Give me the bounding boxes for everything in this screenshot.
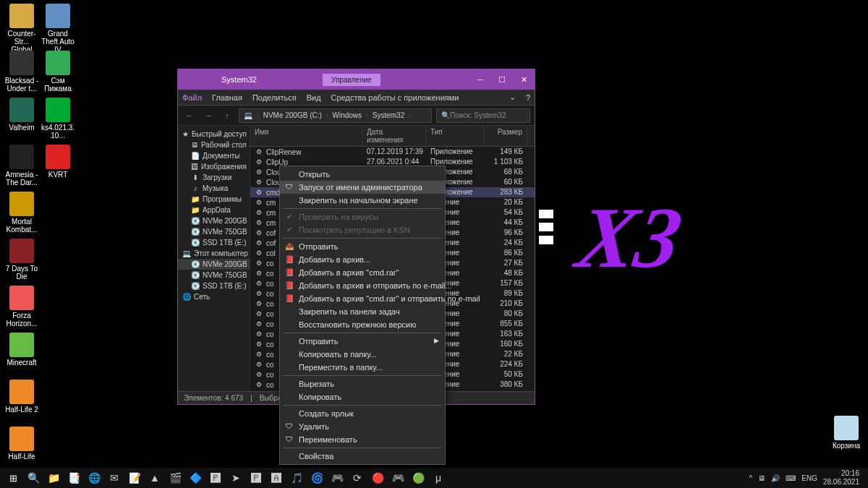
context-menu-item[interactable]: Создать ярлык: [280, 407, 445, 420]
taskbar-item[interactable]: 🎵: [286, 468, 307, 488]
breadcrumb[interactable]: 💻› NVMe 200GB (C:)› Windows› System32›: [239, 108, 432, 123]
col-date[interactable]: Дата изменения: [362, 126, 426, 146]
col-size[interactable]: Размер: [484, 126, 527, 146]
context-menu-item[interactable]: Отправить▶: [280, 335, 445, 348]
context-menu-item[interactable]: 📕Добавить в архив и отправить по e-mail.…: [280, 279, 445, 292]
desktop-icon[interactable]: ks4.021.3.10...: [40, 98, 76, 140]
context-menu-item[interactable]: Вырезать: [280, 377, 445, 390]
desktop-icon[interactable]: Grand Theft Auto IV: [40, 4, 76, 53]
sidebar-item[interactable]: 💽NVMe 200GB (C: ✖: [178, 215, 250, 226]
ribbon-file[interactable]: Файл: [182, 93, 202, 102]
context-menu-item[interactable]: 🛡Удалить: [280, 420, 445, 433]
clock[interactable]: 20:16 28.06.2021: [823, 469, 859, 487]
desktop-icon[interactable]: Half-Life: [4, 427, 40, 461]
sidebar-item[interactable]: 🖼Изображения: [178, 161, 250, 172]
sidebar-item[interactable]: 💽SSD 1TB (E:): [178, 237, 250, 248]
desktop-icon[interactable]: Mortal Kombat...: [4, 192, 40, 234]
desktop-icon[interactable]: Amnesia - The Dar...: [4, 145, 40, 187]
ribbon-expand-icon[interactable]: ⌄: [509, 93, 516, 102]
context-menu-item[interactable]: Копировать в папку...: [280, 348, 445, 361]
ribbon-help-icon[interactable]: ?: [526, 93, 530, 102]
taskbar-item[interactable]: ⟳: [347, 468, 367, 488]
context-menu-item[interactable]: Свойства: [280, 450, 445, 463]
sidebar-item[interactable]: 💻Этот компьютер: [178, 248, 250, 259]
taskbar-item[interactable]: μ: [428, 468, 448, 488]
tray-sound-icon[interactable]: 🔊: [771, 474, 780, 482]
taskbar-item[interactable]: 🅿: [246, 468, 266, 488]
titlebar[interactable]: System32 Управление ─ ☐ ✕: [178, 69, 535, 90]
sidebar-item[interactable]: 📁Программы: [178, 194, 250, 205]
taskbar-item[interactable]: 🟢: [408, 468, 428, 488]
desktop-icon[interactable]: Valheim: [4, 98, 40, 132]
taskbar-item[interactable]: 🌀: [307, 468, 327, 488]
maximize-button[interactable]: ☐: [491, 69, 513, 90]
desktop-icon[interactable]: Half-Life 2: [4, 380, 40, 414]
desktop-icon[interactable]: Forza Horizon...: [4, 286, 40, 328]
taskbar-item[interactable]: 🎮: [327, 468, 347, 488]
taskbar-item[interactable]: 📁: [43, 468, 64, 488]
minimize-button[interactable]: ─: [469, 69, 491, 90]
close-button[interactable]: ✕: [513, 69, 535, 90]
taskbar-item[interactable]: 🎬: [165, 468, 185, 488]
file-row[interactable]: ⚙ClipRenew07.12.2019 17:39Приложение149 …: [250, 147, 535, 157]
start-button[interactable]: ⊞: [3, 468, 23, 488]
taskbar-item[interactable]: 🅿: [205, 468, 226, 488]
taskbar-item[interactable]: 🌐: [84, 468, 104, 488]
ribbon-home[interactable]: Главная: [212, 93, 242, 102]
sidebar-item[interactable]: 💽NVMe 750GB (D:): [178, 270, 250, 281]
manage-tab[interactable]: Управление: [323, 74, 380, 86]
desktop-icon[interactable]: Корзина: [828, 416, 864, 450]
context-menu-item[interactable]: Восстановить прежнюю версию: [280, 318, 445, 331]
taskbar-item[interactable]: 🎮: [388, 468, 408, 488]
desktop-icon[interactable]: Blacksad - Under t...: [4, 51, 40, 93]
tray-chevron-icon[interactable]: ^: [749, 474, 753, 482]
context-menu-item[interactable]: 🛡Переименовать: [280, 433, 445, 446]
context-menu-item[interactable]: Переместить в папку...: [280, 361, 445, 374]
taskbar-item[interactable]: ▲: [145, 468, 165, 488]
context-menu-item[interactable]: Закрепить на панели задач: [280, 305, 445, 318]
context-menu-item[interactable]: 📕Добавить в архив "cmd.rar" и отправить …: [280, 292, 445, 305]
context-menu-item[interactable]: 📕Добавить в архив "cmd.rar": [280, 266, 445, 279]
col-type[interactable]: Тип: [426, 126, 484, 146]
taskbar-item[interactable]: 🅰: [266, 468, 286, 488]
nav-back-icon[interactable]: ←: [182, 108, 197, 123]
nav-up-icon[interactable]: ↑: [220, 108, 234, 123]
context-menu-item[interactable]: 🛡Запуск от имени администратора: [280, 181, 445, 194]
taskbar-item[interactable]: 📝: [124, 468, 145, 488]
taskbar-item[interactable]: ✉: [104, 468, 124, 488]
context-menu-item[interactable]: Закрепить на начальном экране: [280, 194, 445, 207]
ribbon-tools[interactable]: Средства работы с приложениями: [331, 93, 459, 102]
ribbon-view[interactable]: Вид: [307, 93, 321, 102]
sidebar-item[interactable]: ⬇Загрузки: [178, 172, 250, 183]
col-name[interactable]: Имя: [250, 126, 362, 146]
nav-forward-icon[interactable]: →: [201, 108, 216, 123]
sidebar-item[interactable]: 💽SSD 1TB (E:): [178, 281, 250, 291]
desktop-icon[interactable]: 7 Days To Die: [4, 239, 40, 281]
taskbar-item[interactable]: 📑: [64, 468, 84, 488]
sidebar-item[interactable]: ♪Музыка: [178, 183, 250, 194]
ribbon-share[interactable]: Поделиться: [252, 93, 297, 102]
sidebar-item[interactable]: 🌐Сеть: [178, 291, 250, 302]
taskbar-item[interactable]: 🔷: [185, 468, 205, 488]
tray-lang[interactable]: ENG: [801, 474, 817, 482]
taskbar-item[interactable]: 🔴: [367, 468, 388, 488]
tray-keyboard-icon[interactable]: ⌨: [786, 474, 796, 482]
sidebar-item[interactable]: 📄Документы: [178, 150, 250, 161]
search-input[interactable]: 🔍 Поиск: System32: [436, 108, 530, 123]
taskbar-item[interactable]: 🔍: [23, 468, 43, 488]
taskbar-item[interactable]: ➤: [226, 468, 246, 488]
desktop-icon[interactable]: Minecraft: [4, 333, 40, 367]
sidebar-item[interactable]: 💽NVMe 200GB (C:): [178, 259, 250, 270]
tray-network-icon[interactable]: 🖥: [758, 474, 765, 482]
context-menu-item[interactable]: 📤Отправить: [280, 240, 445, 253]
desktop-icon[interactable]: Сэм Пижама: [40, 51, 76, 93]
context-menu-item[interactable]: Копировать: [280, 390, 445, 403]
sidebar-item[interactable]: 📁AppData: [178, 205, 250, 215]
sidebar-item[interactable]: 🖥Рабочий стол: [178, 140, 250, 150]
sidebar-item[interactable]: ★Быстрый доступ: [178, 129, 250, 140]
context-menu-item[interactable]: Открыть: [280, 168, 445, 181]
breadcrumb-pc-icon[interactable]: 💻: [244, 111, 252, 119]
desktop-icon[interactable]: KVRT: [40, 145, 76, 179]
context-menu-item[interactable]: 📕Добавить в архив...: [280, 253, 445, 266]
sidebar-item[interactable]: 💽NVMe 750GB (D: ✖: [178, 226, 250, 237]
